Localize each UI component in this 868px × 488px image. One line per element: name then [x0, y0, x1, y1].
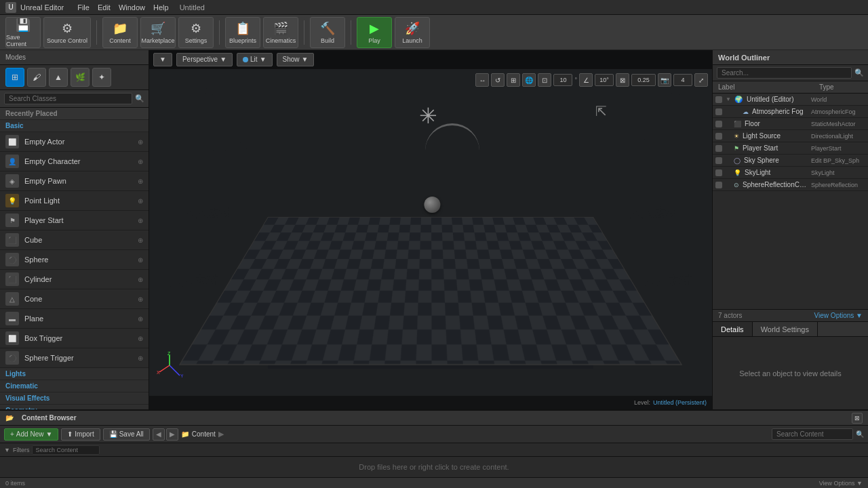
eye-icon-skylight[interactable]	[715, 169, 722, 176]
eye-icon-light[interactable]	[715, 133, 722, 140]
details-tab[interactable]: Details	[713, 322, 753, 336]
mesh-edit-btn[interactable]: ✦	[92, 68, 111, 87]
eye-icon-sky[interactable]	[715, 157, 722, 164]
outliner-item-floor[interactable]: ⬛ Floor StaticMeshActor	[713, 118, 868, 130]
details-content: Select an object to view details	[713, 337, 868, 409]
plane-add[interactable]: ⊕	[138, 315, 143, 323]
empty-character-add[interactable]: ⊕	[138, 158, 143, 165]
landscape-mode-btn[interactable]: ▲	[49, 68, 68, 87]
viewport[interactable]: ▼ Perspective ▼ Lit ▼ Show ▼ ↔ ↺ ⊞ 🌐 ⊡	[149, 50, 712, 409]
expand-icon-editor[interactable]: ▼	[726, 96, 732, 102]
empty-actor-add[interactable]: ⊕	[138, 138, 143, 146]
point-light-add[interactable]: ⊕	[138, 197, 143, 205]
cb-search-input[interactable]	[772, 428, 853, 440]
place-item-empty-pawn[interactable]: ◈ Empty Pawn ⊕	[0, 171, 149, 191]
cinematics-button[interactable]: 🎬 Cinematics	[263, 17, 298, 48]
cylinder-add[interactable]: ⊕	[138, 276, 143, 283]
outliner-item-editor[interactable]: ▼ 🌍 Untitled (Editor) World	[713, 94, 868, 106]
cone-add[interactable]: ⊕	[138, 296, 143, 303]
search-icon[interactable]: 🔍	[135, 94, 144, 103]
cube-add[interactable]: ⊕	[138, 237, 143, 244]
save-all-button[interactable]: 💾 Save All	[103, 428, 150, 441]
outliner-item-skylight[interactable]: 💡 SkyLight SkyLight	[713, 167, 868, 179]
cb-lock-btn[interactable]: ⊠	[852, 413, 863, 424]
viewport-content[interactable]: ✳ ⇱ + ⚙ Y X Z	[149, 69, 712, 396]
outliner-item-light-source[interactable]: ☀ Light Source DirectionalLight	[713, 130, 868, 142]
filters-label[interactable]: Filters	[13, 447, 30, 453]
cb-back-btn[interactable]: ◀	[153, 428, 165, 441]
outliner-item-sky-sphere[interactable]: ◯ Sky Sphere Edit BP_Sky_Sph	[713, 155, 868, 167]
outliner-item-atmo-fog[interactable]: ☁ Atmospheric Fog AtmosphericFog	[713, 106, 868, 118]
player-start-add[interactable]: ⊕	[138, 217, 143, 224]
perspective-btn[interactable]: Perspective ▼	[176, 53, 233, 66]
point-light-label: Point Light	[24, 197, 132, 205]
launch-button[interactable]: 🚀 Launch	[395, 17, 430, 48]
foliage-mode-btn[interactable]: 🌿	[71, 68, 90, 87]
sphere-add[interactable]: ⊕	[138, 256, 143, 264]
outliner-item-player-start[interactable]: ⚑ Player Start PlayerStart	[713, 142, 868, 155]
eye-icon-editor[interactable]	[715, 96, 722, 103]
geometry-category[interactable]: Geometry	[0, 405, 149, 409]
lights-category[interactable]: Lights	[0, 368, 149, 380]
world-settings-tab[interactable]: World Settings	[753, 322, 818, 336]
cb-path-content[interactable]: Content	[192, 430, 216, 438]
save-current-button[interactable]: 💾 Save Current	[5, 17, 41, 48]
cinematic-category[interactable]: Cinematic	[0, 380, 149, 392]
search-classes-input[interactable]	[4, 93, 132, 104]
empty-pawn-add[interactable]: ⊕	[138, 178, 143, 185]
visual-effects-category[interactable]: Visual Effects	[0, 392, 149, 405]
import-button[interactable]: ⬆ Import	[61, 428, 100, 441]
place-item-empty-actor[interactable]: ⬜ Empty Actor ⊕	[0, 132, 149, 152]
menu-edit[interactable]: Edit	[98, 3, 111, 12]
build-button[interactable]: 🔨 Build	[310, 17, 345, 48]
place-item-point-light[interactable]: 💡 Point Light ⊕	[0, 191, 149, 211]
marketplace-button[interactable]: 🛒 Marketplace	[140, 17, 176, 48]
place-item-empty-character[interactable]: 👤 Empty Character ⊕	[0, 152, 149, 171]
filters-dropdown-btn[interactable]: ▼	[4, 447, 10, 453]
menu-window[interactable]: Window	[119, 3, 145, 12]
play-button[interactable]: ▶ Play	[357, 17, 392, 48]
box-trigger-add[interactable]: ⊕	[138, 335, 143, 342]
outliner-item-sphere-reflect[interactable]: ⊙ SphereReflectionCapture SphereReflecti…	[713, 179, 868, 191]
outliner-search-icon[interactable]: 🔍	[854, 68, 864, 77]
place-item-cylinder[interactable]: ⬛ Cylinder ⊕	[0, 270, 149, 289]
place-item-player-start[interactable]: ⚑ Player Start ⊕	[0, 211, 149, 230]
floor-object[interactable]	[268, 217, 593, 369]
eye-icon-reflect[interactable]	[715, 182, 722, 188]
filters-search-input[interactable]	[32, 445, 100, 455]
cb-forward-btn[interactable]: ▶	[166, 428, 178, 441]
paint-mode-btn[interactable]: 🖌	[27, 68, 46, 87]
place-item-sphere-trigger[interactable]: ⚫ Sphere Trigger ⊕	[0, 348, 149, 368]
recently-placed-header[interactable]: Recently Placed	[0, 108, 149, 120]
outliner-search-input[interactable]	[717, 67, 852, 79]
place-item-cone[interactable]: △ Cone ⊕	[0, 289, 149, 309]
place-item-cube[interactable]: ⬛ Cube ⊕	[0, 230, 149, 250]
sphere-object[interactable]	[424, 197, 440, 213]
blueprints-button[interactable]: 📋 Blueprints	[225, 17, 260, 48]
place-mode-btn[interactable]: ⊞	[5, 68, 24, 87]
viewport-options-btn[interactable]: ▼	[153, 53, 172, 66]
show-btn[interactable]: Show ▼	[277, 53, 315, 66]
settings-button[interactable]: ⚙ Settings	[178, 17, 214, 48]
place-item-sphere[interactable]: ⚫ Sphere ⊕	[0, 250, 149, 270]
lit-btn[interactable]: Lit ▼	[237, 53, 272, 66]
cb-content-area[interactable]: Drop files here or right click to create…	[0, 457, 868, 477]
level-name-link[interactable]: Untitled (Persistent)	[653, 399, 707, 406]
place-item-plane[interactable]: ▬ Plane ⊕	[0, 309, 149, 329]
eye-icon-atmo[interactable]	[715, 108, 722, 115]
eye-icon-player[interactable]	[715, 145, 722, 152]
basic-category[interactable]: Basic	[0, 120, 149, 132]
cb-search-icon[interactable]: 🔍	[856, 430, 864, 438]
sphere-trigger-add[interactable]: ⊕	[138, 354, 143, 362]
content-button[interactable]: 📁 Content	[102, 17, 138, 48]
place-item-box-trigger[interactable]: ⬜ Box Trigger ⊕	[0, 329, 149, 348]
cb-view-options-btn[interactable]: View Options ▼	[819, 480, 863, 487]
view-options-btn[interactable]: View Options ▼	[814, 312, 863, 319]
app-title: Unreal Editor	[20, 3, 64, 12]
source-control-button[interactable]: ⚙ Source Control	[43, 17, 91, 48]
add-new-button[interactable]: + Add New ▼	[4, 428, 58, 441]
sky-sphere-type[interactable]: Edit BP_Sky_Sph	[811, 157, 865, 164]
menu-help[interactable]: Help	[153, 3, 169, 12]
eye-icon-floor[interactable]	[715, 121, 722, 127]
menu-file[interactable]: File	[77, 3, 90, 12]
